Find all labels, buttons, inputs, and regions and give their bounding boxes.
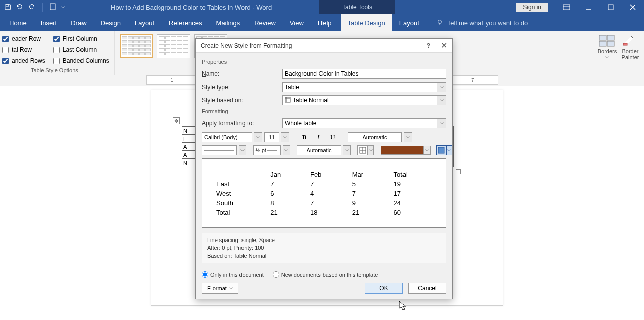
banded-columns-checkbox[interactable]	[53, 58, 60, 64]
tell-me-label: Tell me what you want to do	[447, 19, 528, 27]
tab-mailings[interactable]: Mailings	[209, 14, 248, 31]
font-size-combo[interactable]: 11	[264, 132, 279, 142]
banded-rows-label: anded Rows	[12, 57, 45, 64]
borders-label: Borders	[597, 48, 618, 54]
tab-design[interactable]: Design	[94, 14, 128, 31]
tab-home[interactable]: Home	[2, 14, 34, 31]
scope-radio-group: Only in this document New documents base…	[202, 271, 446, 278]
style-based-on-combo[interactable]: Table Normal	[282, 95, 446, 105]
line-weight-combo[interactable]: ½ pt	[253, 145, 281, 155]
line-style-combo[interactable]	[202, 145, 237, 155]
dialog-help-icon[interactable]: ?	[427, 42, 430, 49]
new-docs-radio[interactable]: New documents based on this template	[273, 271, 378, 278]
new-doc-icon[interactable]	[50, 3, 56, 12]
total-row-label: tal Row	[12, 46, 32, 53]
borders-button[interactable]: Borders	[597, 33, 618, 60]
svg-rect-21	[438, 147, 444, 153]
ribbon-right-group: Borders Border Painter	[597, 33, 641, 60]
preview-cell	[212, 170, 265, 179]
table-move-handle[interactable]: ✥	[173, 117, 180, 124]
tab-references[interactable]: References	[162, 14, 209, 31]
tab-review[interactable]: Review	[247, 14, 283, 31]
apply-to-combo[interactable]: Whole table	[282, 118, 446, 128]
formatting-header: Formatting	[202, 108, 446, 114]
ok-button[interactable]: OK	[365, 283, 403, 294]
name-label: Name:	[202, 70, 282, 77]
chevron-down-icon[interactable]	[281, 132, 289, 142]
svg-rect-10	[599, 41, 606, 46]
chevron-down-icon	[437, 119, 446, 128]
chevron-down-icon[interactable]	[343, 145, 350, 155]
preview-cell: Jan	[266, 170, 305, 179]
chevron-down-icon[interactable]	[368, 145, 374, 155]
dialog-titlebar[interactable]: Create New Style from Formatting ? ✕	[196, 39, 452, 53]
chevron-down-icon[interactable]	[254, 132, 262, 142]
svg-rect-12	[623, 43, 627, 45]
bold-button[interactable]: B	[298, 132, 310, 142]
minimize-icon[interactable]	[578, 0, 600, 14]
maximize-icon[interactable]	[600, 0, 622, 14]
table-resize-handle[interactable]	[456, 169, 461, 174]
qat-more-icon[interactable]	[61, 4, 65, 11]
font-color-combo[interactable]: Automatic	[348, 132, 402, 142]
style-type-combo[interactable]: Table	[282, 82, 446, 92]
quick-access-toolbar	[0, 3, 65, 12]
preview-cell: Feb	[306, 170, 347, 179]
last-column-checkbox[interactable]	[53, 47, 60, 53]
dialog-close-icon[interactable]: ✕	[441, 41, 447, 50]
tab-table-design[interactable]: Table Design	[341, 14, 392, 31]
first-column-label: First Column	[63, 35, 97, 42]
tab-insert[interactable]: Insert	[34, 14, 64, 31]
chevron-down-icon[interactable]	[404, 132, 412, 142]
border-painter-button[interactable]: Border Painter	[620, 33, 641, 60]
document-title: How to Add Background Color to Tables in…	[111, 4, 272, 11]
border-preset-button[interactable]	[357, 145, 368, 155]
ribbon-display-icon[interactable]	[555, 0, 578, 14]
font-name-combo[interactable]: Calibri (Body)	[202, 132, 252, 142]
chevron-down-icon[interactable]	[446, 145, 452, 155]
fill-color-swatch[interactable]	[381, 146, 424, 155]
border-format-row: ½ pt Automatic	[202, 145, 446, 155]
redo-icon[interactable]	[28, 3, 35, 12]
cancel-button[interactable]: Cancel	[408, 283, 446, 294]
italic-button[interactable]: I	[312, 132, 325, 142]
style-name-input[interactable]	[282, 69, 446, 79]
dialog-title-text: Create New Style from Formatting	[201, 42, 292, 49]
chevron-down-icon[interactable]	[239, 145, 246, 155]
ruler-mark: 7	[447, 76, 498, 84]
border-painter-label: Border Painter	[620, 48, 641, 60]
chevron-down-icon[interactable]	[283, 145, 290, 155]
format-menu-button[interactable]: FFormatormat	[202, 283, 238, 294]
save-icon[interactable]	[4, 3, 11, 12]
table-tools-context-label: Table Tools	[319, 0, 395, 14]
sign-in-button[interactable]: Sign in	[516, 3, 548, 12]
banded-rows-checkbox[interactable]	[2, 58, 9, 64]
header-row-checkbox[interactable]	[2, 36, 9, 42]
options-group-label: Table Style Options	[0, 67, 109, 73]
table-style-thumb[interactable]	[157, 34, 190, 58]
table-style-thumb[interactable]	[120, 34, 153, 58]
tab-draw[interactable]: Draw	[64, 14, 93, 31]
apply-to-label: Apply formatting to:	[202, 120, 282, 127]
tell-me-search[interactable]: Tell me what you want to do	[436, 14, 528, 31]
shading-button[interactable]	[436, 145, 446, 155]
chevron-down-icon[interactable]	[424, 146, 431, 155]
chevron-down-icon	[605, 55, 609, 59]
only-this-doc-radio[interactable]: Only in this document	[202, 271, 264, 278]
last-column-label: Last Column	[63, 46, 97, 53]
border-color-combo[interactable]: Automatic	[297, 145, 341, 155]
undo-icon[interactable]	[16, 3, 23, 12]
tab-layout[interactable]: Layout	[128, 14, 162, 31]
tab-table-layout[interactable]: Layout	[392, 14, 426, 31]
tab-view[interactable]: View	[283, 14, 311, 31]
svg-rect-5	[608, 5, 613, 10]
first-column-checkbox[interactable]	[53, 36, 60, 42]
style-type-label: Style type:	[202, 84, 282, 91]
mouse-cursor-icon	[399, 301, 407, 311]
close-icon[interactable]	[622, 0, 644, 14]
font-format-row: Calibri (Body) 11 B I U Automatic	[202, 132, 446, 142]
total-row-checkbox[interactable]	[2, 47, 9, 53]
tab-help[interactable]: Help	[311, 14, 339, 31]
underline-button[interactable]: U	[327, 132, 339, 142]
ribbon-tabs: Home Insert Draw Design Layout Reference…	[0, 14, 644, 31]
